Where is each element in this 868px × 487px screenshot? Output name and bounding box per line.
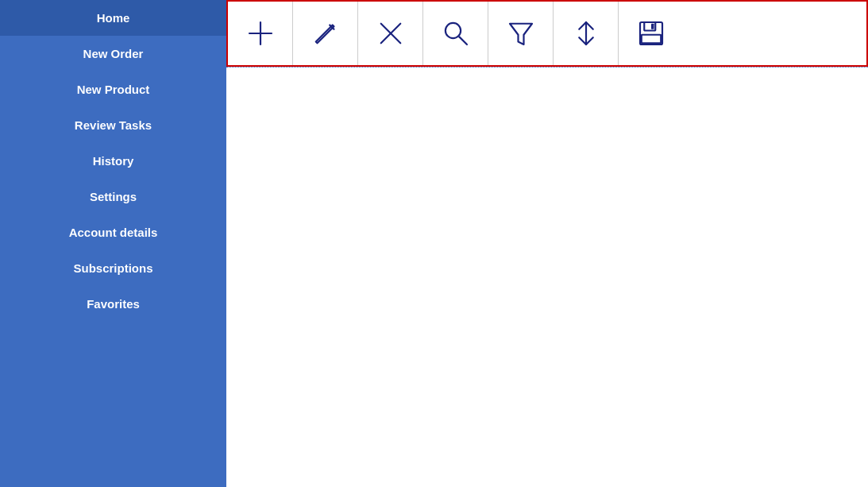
search-button[interactable] [423, 2, 488, 65]
toolbar [226, 0, 868, 67]
sidebar-item-history[interactable]: History [0, 143, 226, 179]
save-button[interactable] [619, 2, 684, 65]
svg-line-6 [459, 37, 467, 44]
plus-icon [244, 17, 277, 50]
main-content [226, 0, 868, 487]
sidebar-item-home[interactable]: Home [0, 0, 226, 36]
sidebar-item-account-details[interactable]: Account details [0, 215, 226, 250]
sidebar-item-subscriptions[interactable]: Subscriptions [0, 250, 226, 286]
svg-rect-11 [642, 35, 662, 44]
filter-button[interactable] [488, 2, 554, 65]
sidebar-item-favorites[interactable]: Favorites [0, 286, 226, 322]
add-button[interactable] [228, 2, 293, 65]
svg-marker-7 [510, 24, 532, 44]
filter-icon [504, 17, 538, 50]
sidebar-item-review-tasks[interactable]: Review Tasks [0, 107, 226, 143]
sidebar-item-new-order[interactable]: New Order [0, 36, 226, 72]
search-icon [439, 17, 473, 50]
svg-rect-12 [651, 24, 654, 29]
sort-button[interactable] [554, 2, 619, 65]
sidebar-item-settings[interactable]: Settings [0, 179, 226, 215]
close-icon [374, 17, 407, 50]
save-icon [635, 17, 668, 50]
content-area [226, 67, 868, 487]
sidebar: Home New Order New Product Review Tasks … [0, 0, 226, 487]
svg-point-5 [445, 23, 460, 38]
sidebar-item-new-product[interactable]: New Product [0, 72, 226, 107]
edit-button[interactable] [293, 2, 358, 65]
delete-button[interactable] [358, 2, 423, 65]
edit-icon [309, 17, 342, 50]
sort-icon [569, 17, 603, 50]
